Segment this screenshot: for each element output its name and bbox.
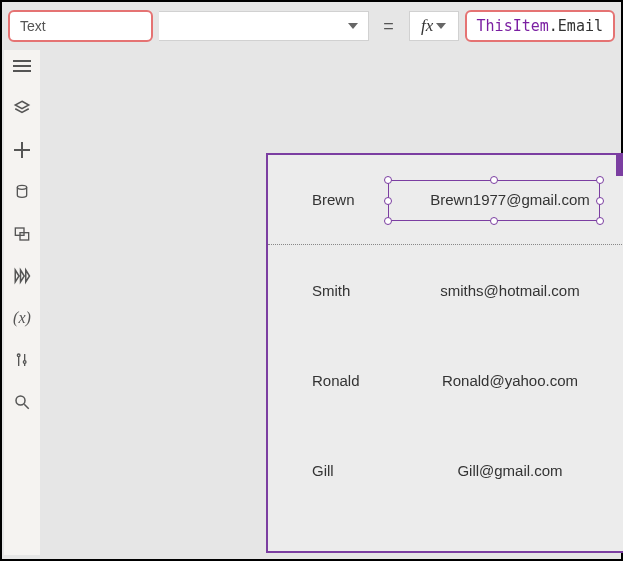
formula-bar: Text = fx ThisItem . Email — [4, 6, 619, 46]
name-label: Gill — [312, 462, 334, 479]
svg-line-10 — [24, 404, 29, 409]
tools-icon[interactable] — [12, 350, 32, 370]
resize-handle[interactable] — [490, 176, 498, 184]
gallery-row: Smith smiths@hotmail.com — [268, 245, 623, 335]
gallery-row: Ronald Ronald@yahoo.com F — [268, 335, 623, 425]
property-dropdown[interactable]: Text — [8, 10, 153, 42]
svg-point-1 — [17, 185, 26, 189]
search-icon[interactable] — [12, 392, 32, 412]
email-label: Gill@gmail.com — [415, 462, 605, 479]
hamburger-icon[interactable] — [12, 56, 32, 76]
plus-icon[interactable] — [12, 140, 32, 160]
svg-point-6 — [23, 361, 26, 364]
layers-icon[interactable] — [12, 98, 32, 118]
media-icon[interactable] — [12, 224, 32, 244]
email-label: Ronald@yahoo.com — [415, 372, 605, 389]
resize-handle[interactable] — [490, 217, 498, 225]
chevron-down-icon — [348, 23, 358, 29]
gallery-template-row[interactable]: Brewn Brewn1977@gmail.com — [268, 155, 623, 245]
svg-marker-0 — [15, 101, 29, 109]
formula-token-object: ThisItem — [477, 17, 549, 35]
resize-handle[interactable] — [596, 176, 604, 184]
property-dropdown-value: Text — [20, 18, 46, 34]
email-label[interactable]: Brewn1977@gmail.com — [415, 191, 605, 208]
resize-handle[interactable] — [384, 176, 392, 184]
formula-token-member: Email — [558, 17, 603, 35]
svg-point-4 — [17, 354, 20, 357]
property-dropdown-extra[interactable] — [159, 11, 369, 41]
resize-handle[interactable] — [596, 217, 604, 225]
email-label: smiths@hotmail.com — [415, 282, 605, 299]
chevron-down-icon — [436, 23, 446, 29]
name-label: Smith — [312, 282, 350, 299]
fx-button[interactable]: fx — [409, 11, 459, 41]
fx-icon: fx — [421, 16, 433, 36]
design-canvas[interactable]: Brewn Brewn1977@gmail.com Smith smiths@h… — [40, 50, 619, 555]
left-nav-rail: (x) — [4, 50, 40, 555]
database-icon[interactable] — [12, 182, 32, 202]
variables-icon[interactable]: (x) — [12, 308, 32, 328]
name-label[interactable]: Brewn — [312, 191, 355, 208]
formula-input[interactable]: ThisItem . Email — [465, 10, 615, 42]
resize-handle[interactable] — [384, 197, 392, 205]
gallery-row: Gill Gill@gmail.com — [268, 425, 623, 515]
resize-handle[interactable] — [384, 217, 392, 225]
equals-label: = — [375, 16, 403, 37]
svg-point-9 — [16, 396, 25, 405]
ai-icon[interactable] — [12, 266, 32, 286]
formula-token-dot: . — [549, 17, 558, 35]
app-frame: Text = fx ThisItem . Email — [0, 0, 623, 561]
name-label: Ronald — [312, 372, 360, 389]
gallery-control[interactable]: Brewn Brewn1977@gmail.com Smith smiths@h… — [266, 153, 623, 553]
